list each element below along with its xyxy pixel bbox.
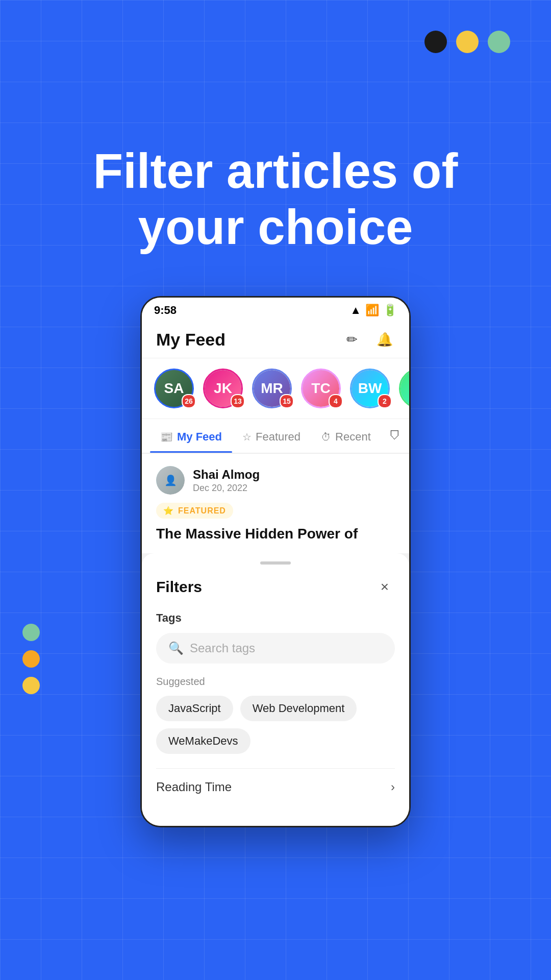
tab-my-feed[interactable]: 📰 My Feed: [150, 419, 232, 453]
featured-badge: ⭐ FEATURED: [156, 503, 233, 519]
reading-time-label: Reading Time: [156, 780, 232, 794]
status-time: 9:58: [154, 304, 177, 317]
tab-featured-icon: ☆: [242, 431, 252, 443]
story-badge-2: 13: [231, 394, 245, 408]
battery-icon: 🔋: [383, 304, 397, 317]
tab-featured[interactable]: ☆ Featured: [232, 419, 311, 453]
phone-screen: 9:58 ▲ 📶 🔋 My Feed ✏ 🔔 SA 26: [140, 296, 411, 827]
story-item-3[interactable]: MR 15: [252, 369, 292, 408]
app-title: My Feed: [156, 330, 226, 350]
phone-mockup: 9:58 ▲ 📶 🔋 My Feed ✏ 🔔 SA 26: [140, 296, 411, 827]
tab-recent-label: Recent: [335, 430, 371, 444]
status-icons: ▲ 📶 🔋: [350, 304, 397, 317]
search-icon: 🔍: [168, 641, 184, 655]
featured-badge-text: FEATURED: [178, 506, 226, 516]
dot-yellow: [456, 31, 479, 53]
author-info: Shai Almog Dec 20, 2022: [193, 468, 260, 494]
story-item-5[interactable]: BW 2: [350, 369, 390, 408]
story-badge-1: 26: [182, 394, 196, 408]
article-title: The Massive Hidden Power of: [156, 525, 395, 543]
sheet-header: Filters ×: [156, 577, 395, 597]
tab-recent-icon: ⏱: [321, 431, 331, 443]
tags-section-label: Tags: [156, 611, 395, 625]
left-dot-1: [22, 624, 40, 641]
author-name: Shai Almog: [193, 468, 260, 482]
author-row: 👤 Shai Almog Dec 20, 2022: [156, 466, 395, 495]
author-date: Dec 20, 2022: [193, 483, 260, 494]
tabs-bar: 📰 My Feed ☆ Featured ⏱ Recent ⛉: [142, 419, 409, 454]
left-dot-3: [22, 677, 40, 694]
hero-title: Filter articles of your choice: [0, 143, 551, 256]
close-button[interactable]: ×: [374, 577, 395, 597]
tag-chip-webdev[interactable]: Web Development: [240, 696, 357, 721]
story-item-2[interactable]: JK 13: [203, 369, 243, 408]
tab-featured-label: Featured: [256, 430, 300, 444]
search-tags-placeholder: Search tags: [190, 641, 255, 655]
search-tags-box[interactable]: 🔍 Search tags: [156, 633, 395, 664]
tag-chip-javascript[interactable]: JavaScript: [156, 696, 233, 721]
story-avatar-6: LC: [399, 369, 409, 408]
reading-time-row[interactable]: Reading Time ›: [156, 768, 395, 805]
left-progress-dots: [22, 624, 40, 694]
header-action-icons: ✏ 🔔: [342, 329, 395, 350]
bell-icon[interactable]: 🔔: [374, 329, 395, 350]
star-icon: ⭐: [163, 506, 174, 516]
tab-recent[interactable]: ⏱ Recent: [311, 419, 381, 453]
sheet-title: Filters: [156, 578, 202, 596]
edit-icon[interactable]: ✏: [342, 329, 362, 350]
sheet-handle: [260, 561, 291, 565]
left-dot-2: [22, 650, 40, 668]
stories-row: SA 26 JK 13 MR 15 TC 4: [142, 358, 409, 419]
suggested-label: Suggested: [156, 676, 395, 688]
top-logo-dots: [424, 31, 510, 53]
article-preview: 👤 Shai Almog Dec 20, 2022 ⭐ FEATURED The…: [142, 454, 409, 553]
author-avatar: 👤: [156, 466, 185, 495]
chevron-right-icon: ›: [391, 780, 395, 794]
story-badge-4: 4: [329, 394, 343, 408]
story-item-6[interactable]: LC 3: [399, 369, 409, 408]
story-item-1[interactable]: SA 26: [154, 369, 194, 408]
dot-dark: [424, 31, 447, 53]
story-item-4[interactable]: TC 4: [301, 369, 341, 408]
dot-green: [488, 31, 510, 53]
tag-chip-wemakedevs[interactable]: WeMakeDevs: [156, 728, 251, 754]
story-badge-3: 15: [280, 394, 294, 408]
tags-chips: JavaScript Web Development WeMakeDevs: [156, 696, 395, 754]
story-badge-5: 2: [378, 394, 392, 408]
filter-button[interactable]: ⛉: [381, 424, 409, 448]
tab-feed-label: My Feed: [177, 430, 222, 444]
tab-feed-icon: 📰: [160, 431, 173, 443]
wifi-icon: ▲: [350, 304, 361, 317]
status-bar: 9:58 ▲ 📶 🔋: [142, 298, 409, 321]
filters-bottom-sheet: Filters × Tags 🔍 Search tags Suggested J…: [142, 553, 409, 826]
app-header: My Feed ✏ 🔔: [142, 321, 409, 358]
signal-icon: 📶: [365, 304, 379, 317]
